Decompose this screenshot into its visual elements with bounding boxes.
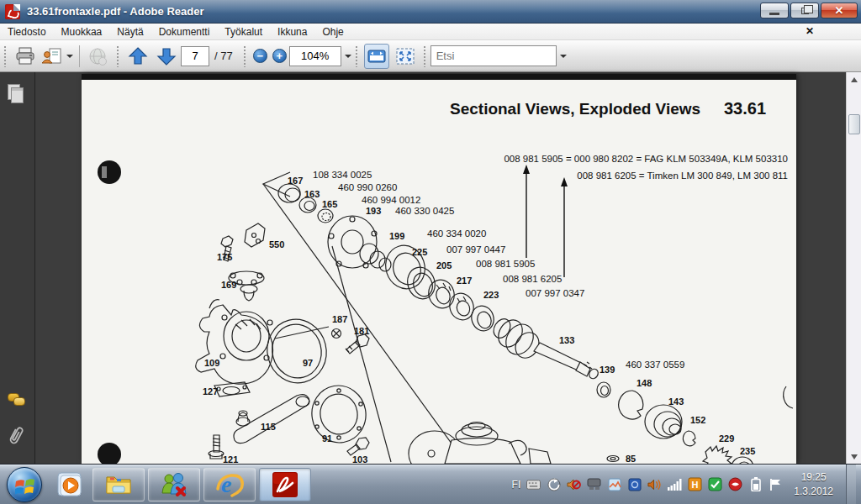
start-button[interactable]: [7, 467, 42, 502]
antivirus-icon[interactable]: [728, 477, 742, 491]
document-close-icon[interactable]: ✕: [806, 25, 814, 37]
taskbar: e FI: [0, 464, 861, 504]
printer-icon: [15, 47, 35, 66]
punch-hole-mark: [98, 160, 121, 184]
vertical-scrollbar[interactable]: [846, 72, 861, 464]
minimize-button[interactable]: [760, 3, 789, 18]
scrollbar-thumb[interactable]: [848, 114, 860, 134]
windows-flag-icon: [15, 476, 35, 495]
scroll-up-arrow[interactable]: [847, 72, 861, 87]
minimize-icon: [769, 13, 779, 15]
scroll-down-arrow[interactable]: [847, 449, 861, 464]
menu-tiedosto[interactable]: Tiedosto: [0, 24, 54, 39]
part-139: [597, 382, 610, 397]
collaborate-button[interactable]: [41, 44, 73, 69]
system-tray: FI: [512, 465, 861, 504]
previous-page-button[interactable]: [125, 44, 151, 69]
menu-ohje[interactable]: Ohje: [314, 24, 351, 39]
part-callout-label: 165: [322, 199, 337, 209]
part-235: [732, 457, 753, 464]
taskbar-adobe-reader-button[interactable]: [259, 468, 311, 501]
adobe-reader-window: 33.61frontaxle.pdf - Adobe Reader ✕ Tied…: [0, 0, 861, 504]
comments-panel-icon[interactable]: [8, 393, 26, 408]
menu-nayta[interactable]: Näytä: [109, 24, 151, 39]
part-callout-label: 223: [483, 290, 499, 300]
part-callout-label: 127: [203, 386, 218, 396]
restore-icon: [801, 8, 809, 14]
volume-icon[interactable]: [647, 477, 662, 491]
zoom-in-button[interactable]: +: [272, 49, 287, 63]
toolbar-grip: [116, 45, 120, 67]
network-signal-icon[interactable]: [668, 477, 682, 491]
show-desktop-button[interactable]: [846, 465, 856, 504]
part-callout-label: 121: [223, 454, 238, 464]
menu-dokumentti[interactable]: Dokumentti: [151, 24, 218, 39]
pages-panel-icon[interactable]: [8, 84, 24, 104]
next-page-button[interactable]: [154, 44, 179, 69]
equivalence-line-1: 008 981 5905 = 000 980 8202 = FAG KLM 50…: [504, 154, 788, 164]
taskbar-clock[interactable]: 19:25 1.3.2012: [789, 470, 840, 497]
globe-icon: [87, 46, 109, 66]
part-85: [607, 456, 619, 462]
part-91: [308, 381, 371, 447]
clock-time: 19:25: [794, 470, 833, 484]
part-callout-label: 193: [366, 206, 381, 216]
taskbar-wmp-button[interactable]: [50, 468, 89, 501]
part-163: [299, 197, 316, 213]
zoom-level-box[interactable]: 104%: [289, 46, 341, 66]
search-input[interactable]: [430, 45, 557, 66]
touchpad-icon[interactable]: [587, 477, 601, 491]
battery-icon[interactable]: [748, 477, 763, 491]
part-callout-label: 139: [600, 365, 615, 375]
part-callout-label: 181: [354, 326, 369, 336]
fit-page-button[interactable]: [393, 44, 418, 69]
restore-button[interactable]: [790, 3, 819, 18]
part-callout-label: 85: [626, 454, 636, 464]
keyboard-icon[interactable]: [526, 477, 541, 491]
zoom-out-button[interactable]: −: [253, 49, 267, 63]
svg-text:H: H: [692, 480, 699, 490]
pdf-page: Sectional Views, Exploded Views 33.61 00…: [82, 74, 796, 464]
blue-app-icon[interactable]: [627, 477, 642, 491]
part-193: [328, 216, 391, 271]
toolbar-grip: [423, 45, 427, 67]
page-down-icon: [156, 46, 177, 66]
search-dropdown-caret[interactable]: [560, 55, 567, 58]
part-callout-label: 175: [217, 252, 232, 262]
part-143: [645, 405, 682, 438]
attachments-panel-icon[interactable]: [8, 425, 24, 450]
taskbar-explorer-button[interactable]: [92, 468, 145, 501]
green-status-icon[interactable]: [708, 477, 722, 491]
page-number-input[interactable]: [181, 46, 209, 66]
menu-tyokalut[interactable]: Työkalut: [217, 24, 270, 39]
update-icon[interactable]: [547, 477, 561, 491]
language-indicator[interactable]: FI: [512, 479, 521, 491]
pdf-file-icon: [5, 4, 20, 19]
part-number-label: 460 994 0012: [362, 195, 420, 205]
part-152: [683, 431, 695, 446]
part-223: [468, 303, 497, 334]
collaborate-dropdown-caret[interactable]: [66, 55, 73, 58]
print-button[interactable]: [13, 44, 38, 69]
taskbar-messenger-button[interactable]: [148, 468, 200, 501]
scrolling-mode-button[interactable]: [364, 44, 389, 69]
section-number: 33.61: [724, 99, 766, 118]
zoom-dropdown-caret[interactable]: [345, 55, 351, 58]
hotkey-h-icon[interactable]: H: [688, 477, 702, 491]
close-button[interactable]: ✕: [821, 3, 858, 18]
menu-ikkuna[interactable]: Ikkuna: [270, 24, 314, 39]
taskbar-ie-button[interactable]: e: [203, 468, 256, 501]
part-callout-label: 205: [436, 260, 452, 270]
muted-speaker-icon[interactable]: [567, 477, 581, 491]
page-heading: Sectional Views, Exploded Views: [450, 100, 700, 118]
menu-muokkaa[interactable]: Muokkaa: [54, 24, 110, 39]
part-callout-label: 217: [457, 276, 472, 286]
part-callout-label: 148: [637, 378, 652, 388]
scrolling-mode-icon: [367, 48, 387, 65]
action-center-flag-icon[interactable]: [769, 477, 783, 491]
share-button-disabled[interactable]: [86, 44, 111, 69]
photo-tool-icon[interactable]: [607, 477, 621, 491]
part-number-label: 460 330 0425: [395, 206, 454, 216]
menu-bar: Tiedosto Muokkaa Näytä Dokumentti Työkal…: [0, 24, 861, 40]
fit-page-icon: [395, 47, 415, 66]
